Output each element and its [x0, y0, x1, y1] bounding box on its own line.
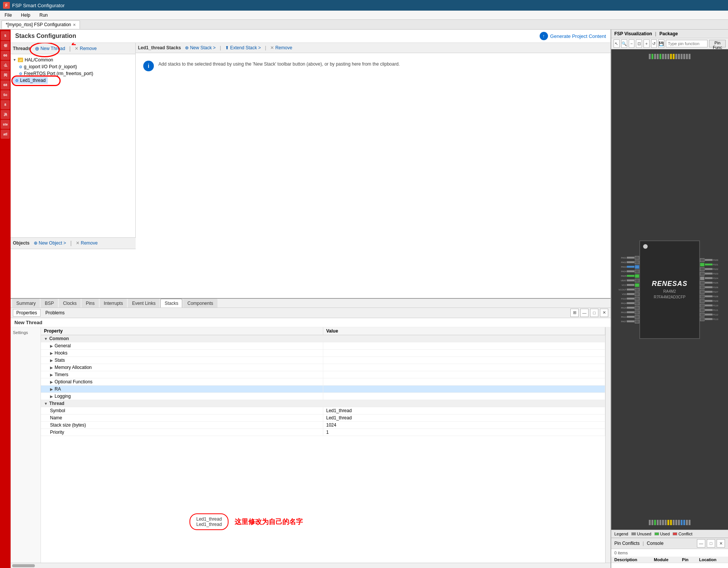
viz-btn-refresh[interactable]: ↺: [651, 39, 657, 48]
pin-wire4: [627, 270, 634, 272]
prop-icon-3[interactable]: □: [590, 309, 598, 317]
prop-icon-1[interactable]: ⊞: [570, 309, 579, 317]
remove-thread-btn[interactable]: ✕ Remove: [73, 45, 99, 52]
prop-tab-problems[interactable]: Problems: [42, 309, 68, 317]
viz-package-tab[interactable]: Package: [659, 31, 678, 36]
sidebar-btn-6[interactable]: 68: [1, 80, 10, 89]
viz-btn-plus[interactable]: +: [643, 39, 650, 48]
remove-object-btn[interactable]: ✕ Remove: [74, 240, 100, 246]
tab-bsp[interactable]: BSP: [41, 299, 58, 308]
toggle-general[interactable]: ▶: [50, 344, 53, 348]
toggle-hooks[interactable]: ▶: [50, 351, 53, 355]
toggle-timers[interactable]: ▶: [50, 373, 53, 377]
tab-components[interactable]: Components: [183, 299, 217, 308]
sidebar-btn-8[interactable]: 8: [1, 100, 10, 109]
row-general[interactable]: ▶General: [41, 342, 605, 349]
prop-scrollbar[interactable]: [605, 327, 611, 563]
new-object-btn[interactable]: ⊕ New Object >: [32, 240, 68, 246]
sidebar-btn-10[interactable]: ste: [1, 120, 10, 129]
pin-func-input[interactable]: [666, 40, 708, 47]
viz-btn-save[interactable]: 💾: [658, 39, 664, 48]
prop-table-container[interactable]: Property Value ▼Common ▶General: [41, 327, 605, 563]
chip-body: RENESAS RA4M2 R7FA4M2AD3CFP: [639, 240, 700, 339]
tpin7: [665, 54, 667, 59]
toggle-ra[interactable]: ▶: [50, 387, 53, 391]
toggle-logging[interactable]: ▶: [50, 394, 53, 399]
sidebar-btn-5[interactable]: 间: [1, 71, 10, 80]
toggle-stats[interactable]: ▶: [50, 358, 53, 362]
sidebar-btn-1[interactable]: 5: [1, 31, 10, 40]
sidebar-btn-9[interactable]: 决: [1, 110, 10, 119]
tab-stacks[interactable]: Stacks: [160, 299, 182, 308]
tree-item-ioport[interactable]: ⚙ g_ioport I/O Port (r_ioport): [13, 63, 133, 70]
row-ra[interactable]: ▶RA: [41, 385, 605, 392]
prop-icon-2[interactable]: —: [580, 309, 589, 317]
rpin-wire4: [705, 273, 712, 275]
tree-item-freertos[interactable]: ⚙ FreeRTOS Port (rm_freertos_port): [13, 70, 133, 77]
toggle-memalloc[interactable]: ▶: [50, 366, 53, 370]
pin-wire2: [627, 261, 634, 263]
toggle-optional[interactable]: ▶: [50, 380, 53, 384]
prop-tab-properties[interactable]: Properties: [13, 309, 41, 317]
row-timers[interactable]: ▶Timers: [41, 371, 605, 378]
sidebar-btn-4[interactable]: 么: [1, 61, 10, 70]
generate-project-content-btn[interactable]: ↑ Generate Project Content: [540, 32, 606, 40]
h-scrollbar[interactable]: [11, 563, 611, 568]
title-bar-text: FSP Smart Configurator: [12, 3, 64, 8]
section-thread[interactable]: ▼Thread: [41, 400, 605, 407]
row-name[interactable]: Name Led1_thread: [41, 414, 605, 421]
row-memalloc[interactable]: ▶Memory Allocation: [41, 364, 605, 371]
pin-wire11: [627, 302, 634, 304]
pin-wire9: [627, 293, 634, 295]
prop-icon-4[interactable]: ✕: [600, 309, 608, 317]
row-logging[interactable]: ▶Logging: [41, 392, 605, 400]
tree-item-led1[interactable]: ⚙ Led1_thread: [13, 77, 48, 84]
tab-summary[interactable]: Summary: [12, 299, 40, 308]
sidebar-btn-11[interactable]: atl: [1, 130, 10, 139]
row-stats[interactable]: ▶Stats: [41, 356, 605, 364]
rpin-wire11: [705, 304, 712, 306]
bviz-btn1[interactable]: —: [697, 539, 705, 548]
tab-pins[interactable]: Pins: [81, 299, 99, 308]
viz-btn-pointer[interactable]: ↖: [614, 39, 620, 48]
toggle-common[interactable]: ▼: [44, 337, 48, 341]
pin-func-btn[interactable]: Pin Func: [709, 40, 726, 47]
row-symbol[interactable]: Symbol Led1_thread: [41, 407, 605, 414]
viz-btn-search[interactable]: 🔍: [621, 39, 627, 48]
menu-run[interactable]: Run: [38, 12, 49, 19]
tab-eventlinks[interactable]: Event Links: [128, 299, 160, 308]
row-optional[interactable]: ▶Optional Functions: [41, 378, 605, 385]
cell-symbol-value[interactable]: Led1_thread: [323, 407, 605, 414]
h-scrollbar-thumb[interactable]: [12, 564, 35, 567]
bviz-btn2[interactable]: □: [707, 539, 715, 548]
row-hooks[interactable]: ▶Hooks: [41, 349, 605, 356]
menu-help[interactable]: Help: [19, 12, 32, 19]
remove-stack-btn[interactable]: ✕ Remove: [268, 44, 294, 51]
tab-close-icon[interactable]: ✕: [73, 23, 76, 27]
pin-label10: P210: [618, 298, 626, 300]
sidebar-btn-2[interactable]: 创: [1, 41, 10, 50]
fsp-tab[interactable]: *[myrpo_rtos] FSP Configuration ✕: [2, 20, 80, 29]
cell-priority-value[interactable]: 1: [323, 428, 605, 436]
cell-stacksize-value[interactable]: 1024: [323, 421, 605, 428]
sidebar-btn-3[interactable]: 66: [1, 51, 10, 60]
tree-item-halcommon[interactable]: ▼ 📁 HAL/Common: [13, 56, 133, 63]
extend-stack-btn[interactable]: ⬆ Extend Stack >: [223, 44, 263, 51]
row-stacksize[interactable]: Stack size (bytes) 1024: [41, 421, 605, 428]
toggle-thread[interactable]: ▼: [44, 402, 48, 406]
tab-interrupts[interactable]: Interrupts: [100, 299, 127, 308]
cell-name-value[interactable]: Led1_thread: [323, 414, 605, 421]
section-common[interactable]: ▼Common: [41, 335, 605, 342]
pin-right-row1: P100: [700, 258, 721, 262]
legend-conflict-color: [673, 532, 677, 535]
new-thread-btn[interactable]: ⊕ New Thread 2: [33, 45, 67, 52]
menu-file[interactable]: File: [3, 12, 13, 19]
tab-clocks[interactable]: Clocks: [59, 299, 81, 308]
viz-btn-minus[interactable]: −: [629, 39, 635, 48]
sidebar-btn-7[interactable]: Sc: [1, 90, 10, 99]
new-stack-btn[interactable]: ⊕ New Stack >: [183, 44, 218, 51]
row-priority[interactable]: Priority 1: [41, 428, 605, 436]
viz-btn-fit[interactable]: ⊡: [636, 39, 642, 48]
bviz-btn3[interactable]: ✕: [717, 539, 725, 548]
pins-top: [649, 54, 690, 59]
